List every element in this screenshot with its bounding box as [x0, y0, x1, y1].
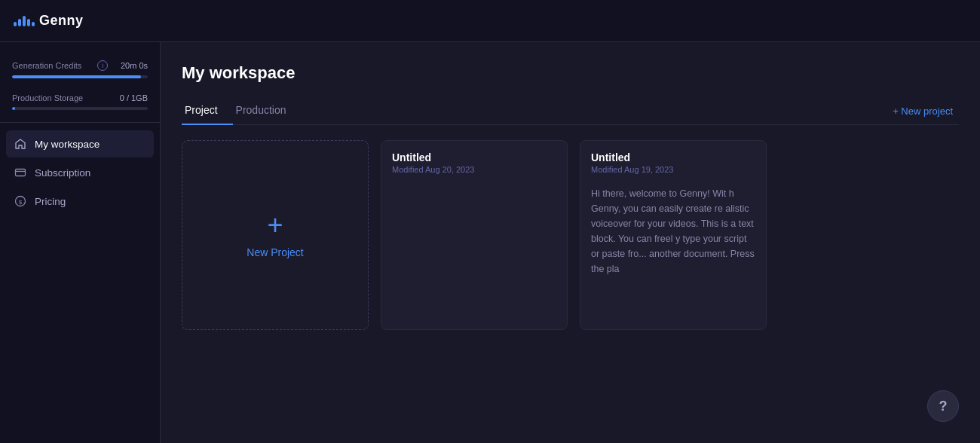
tab-project[interactable]: Project [182, 98, 233, 125]
sidebar-item-subscription[interactable]: Subscription [6, 159, 154, 186]
svg-rect-0 [16, 170, 26, 176]
tabs-left: Project Production [182, 98, 302, 124]
credits-progress-bg [12, 75, 148, 78]
main-content: My workspace Project Production + New pr… [161, 42, 980, 443]
card-2-header: Untitled Modified Aug 19, 2023 [580, 141, 766, 179]
tabs-bar: Project Production + New project [182, 98, 959, 125]
card-2-body: Hi there, welcome to Genny! Wit h Genny,… [580, 179, 766, 329]
new-card-plus-icon: + [267, 212, 283, 239]
logo-bar-2 [18, 19, 21, 26]
card-1-body [381, 179, 567, 329]
storage-label: Production Storage [12, 93, 83, 102]
credits-section: Generation Credits i 20m 0s [0, 50, 160, 83]
help-button[interactable]: ? [927, 390, 959, 422]
credits-label: Generation Credits [12, 61, 81, 70]
card-2-date: Modified Aug 19, 2023 [591, 165, 755, 174]
sidebar: Generation Credits i 20m 0s Production S… [0, 42, 161, 443]
page-title: My workspace [182, 63, 959, 83]
new-project-header-btn[interactable]: + New project [887, 102, 959, 120]
credits-progress-fill [12, 75, 141, 78]
svg-text:$: $ [19, 199, 23, 206]
card-icon [14, 166, 27, 179]
cards-grid: + New Project Untitled Modified Aug 20, … [182, 140, 959, 330]
topbar: Genny [0, 0, 980, 42]
card-1-date: Modified Aug 20, 2023 [392, 165, 556, 174]
main-layout: Generation Credits i 20m 0s Production S… [0, 42, 980, 443]
storage-progress-fill [12, 107, 15, 110]
app-name: Genny [39, 13, 84, 29]
help-icon: ? [939, 399, 948, 414]
storage-header: Production Storage 0 / 1GB [12, 93, 148, 102]
project-card-2[interactable]: Untitled Modified Aug 19, 2023 Hi there,… [580, 140, 767, 330]
new-card-label: New Project [247, 246, 303, 258]
sidebar-item-workspace[interactable]: My workspace [6, 130, 154, 157]
logo-bar-5 [32, 22, 35, 26]
logo-icon [14, 16, 35, 26]
new-project-card[interactable]: + New Project [182, 140, 369, 330]
card-2-title: Untitled [591, 151, 755, 163]
storage-value: 0 / 1GB [120, 93, 148, 102]
sidebar-item-pricing[interactable]: $ Pricing [6, 188, 154, 215]
home-icon [14, 137, 27, 151]
sidebar-nav: My workspace Subscription $ [0, 130, 160, 215]
credits-info-icon[interactable]: i [97, 60, 108, 71]
card-1-header: Untitled Modified Aug 20, 2023 [381, 141, 567, 179]
storage-progress-bg [12, 107, 148, 110]
pricing-label: Pricing [35, 196, 66, 207]
pricing-icon: $ [14, 194, 27, 208]
credits-header: Generation Credits i 20m 0s [12, 60, 148, 71]
credits-value: 20m 0s [121, 61, 148, 70]
logo-bar-4 [27, 19, 30, 26]
sidebar-divider [0, 122, 160, 123]
tab-production[interactable]: Production [233, 98, 302, 125]
logo-bar-3 [23, 16, 26, 26]
subscription-label: Subscription [35, 167, 90, 179]
logo-bar-1 [14, 22, 17, 26]
card-1-title: Untitled [392, 151, 556, 163]
logo: Genny [14, 13, 84, 29]
project-card-1[interactable]: Untitled Modified Aug 20, 2023 [381, 140, 568, 330]
workspace-label: My workspace [35, 139, 100, 150]
storage-section: Production Storage 0 / 1GB [0, 83, 160, 115]
